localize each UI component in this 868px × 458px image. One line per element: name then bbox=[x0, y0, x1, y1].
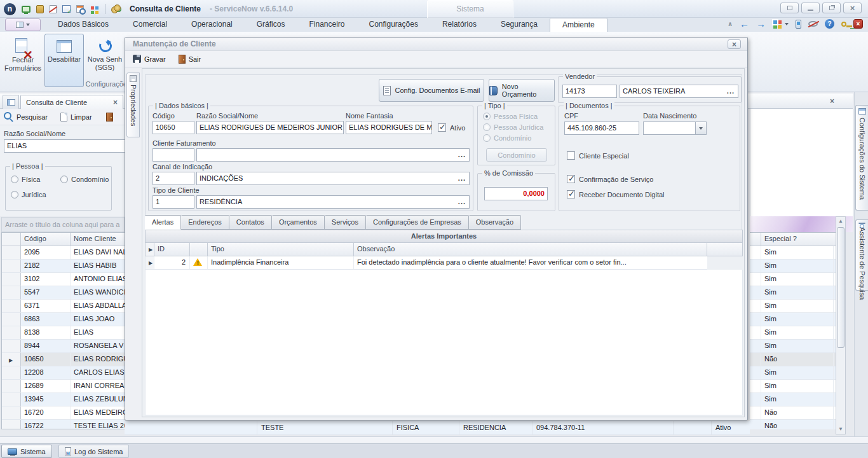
ribbon-tab[interactable]: Segurança bbox=[489, 18, 550, 32]
limpar-button[interactable]: Limpar bbox=[60, 113, 92, 121]
sair-button[interactable]: Sair bbox=[179, 55, 201, 64]
vertical-scrollbar[interactable]: ▲ ▼ bbox=[836, 216, 846, 434]
config-documentos-email-button[interactable]: Config. Documentos E-mail bbox=[379, 79, 484, 102]
fantasia-input[interactable]: ELIAS RODRIGUES DE MEDE bbox=[346, 121, 432, 134]
razao-input[interactable]: ELIAS RODRIGUES DE MEDEIROS JUNIOR bbox=[196, 121, 344, 134]
statusbar-tab-sistema[interactable]: Sistema bbox=[1, 445, 52, 458]
close-tab-icon[interactable] bbox=[113, 98, 118, 107]
forward-icon[interactable]: → bbox=[756, 19, 766, 29]
application-menu-button[interactable] bbox=[5, 18, 41, 31]
canal-code-input[interactable]: 2 bbox=[153, 172, 194, 185]
nova-senha-button[interactable]: Nova Senh (SGS) bbox=[85, 34, 125, 87]
calendar-search-icon[interactable] bbox=[76, 5, 84, 13]
table-row[interactable]: Sim bbox=[750, 340, 836, 353]
header-tipo[interactable]: Tipo bbox=[208, 243, 354, 256]
pesquisar-button[interactable]: Pesquisar bbox=[4, 112, 48, 121]
collapse-ribbon-icon[interactable]: ∧ bbox=[728, 20, 733, 27]
media-device-icon[interactable] bbox=[796, 20, 801, 29]
table-row[interactable]: Sim bbox=[750, 366, 836, 380]
radio-fisica[interactable]: Física bbox=[11, 176, 40, 183]
data-nascimento-combo[interactable] bbox=[643, 121, 707, 135]
back-icon[interactable]: ← bbox=[740, 19, 749, 29]
table-row[interactable]: Não bbox=[750, 406, 836, 420]
ribbon-tab[interactable]: Configurações bbox=[357, 18, 430, 32]
cliente-faturamento-input[interactable] bbox=[196, 148, 470, 162]
table-row[interactable]: 8944 ROSANGELA V ELIAS bbox=[2, 340, 125, 353]
sair-toolbar-button[interactable] bbox=[106, 113, 113, 121]
radio-pessoa-fisica[interactable]: Pessoa Física bbox=[483, 113, 538, 120]
receber-documento-checkbox[interactable]: Receber Documento Digital bbox=[567, 190, 665, 198]
table-row[interactable]: Sim bbox=[750, 326, 836, 340]
vendedor-code-input[interactable]: 14173 bbox=[562, 85, 617, 98]
table-row[interactable]: Sim bbox=[750, 393, 836, 406]
table-row[interactable]: 12689 IRANI CORREA VENA bbox=[2, 380, 125, 393]
table-row[interactable]: Não bbox=[750, 420, 836, 429]
table-row[interactable]: Sim bbox=[750, 313, 836, 326]
table-row[interactable]: 3102 ANTONIO ELIAS ZOG bbox=[2, 273, 125, 286]
table-row[interactable]: Sim bbox=[750, 246, 836, 260]
document-tab-consulta[interactable]: Consulta de Cliente bbox=[20, 95, 123, 109]
table-row[interactable]: Sim bbox=[750, 260, 836, 273]
radio-condominio[interactable]: Condomínio bbox=[483, 134, 531, 142]
ribbon-tab[interactable]: Operacional bbox=[179, 18, 245, 32]
statusbar-tab-log[interactable]: Log do Sistema bbox=[58, 445, 129, 458]
comissao-input[interactable]: 0,0000 bbox=[484, 187, 548, 200]
radio-condominio[interactable]: Condomínio bbox=[60, 176, 109, 183]
table-row[interactable]: 16722 TESTE ELIAS 20230930 bbox=[2, 420, 125, 429]
table-row[interactable]: 2182 ELIAS HABIB bbox=[2, 260, 125, 273]
table-row[interactable]: 10650 ELIAS RODRIGUES D bbox=[2, 353, 125, 366]
vendedor-name-input[interactable]: CARLOS TEIXEIRA bbox=[620, 85, 738, 98]
detail-tab[interactable]: Endereços bbox=[181, 215, 229, 230]
ribbon-tab[interactable]: Comercial bbox=[121, 18, 179, 32]
scroll-down-icon[interactable]: ▼ bbox=[837, 426, 844, 433]
tipo-cliente-code-input[interactable]: 1 bbox=[153, 195, 194, 209]
group-by-bar[interactable]: Arraste o título da coluna aqui para a bbox=[1, 217, 125, 232]
table-row[interactable]: 6863 ELIAS JOAO bbox=[2, 313, 125, 326]
alert-row[interactable]: 2 Inadimplência Financeira Foi detectado… bbox=[145, 256, 707, 270]
edit-document-icon[interactable] bbox=[50, 5, 57, 13]
ribbon-tab[interactable]: Relatórios bbox=[430, 18, 489, 32]
detail-tab[interactable]: Serviços bbox=[325, 215, 366, 230]
view-switch-button[interactable] bbox=[773, 20, 789, 29]
dialog-close-button[interactable] bbox=[728, 39, 741, 49]
document-icon-tab[interactable] bbox=[3, 95, 19, 109]
table-row[interactable]: 5547 ELIAS WANDICK BA bbox=[2, 286, 125, 300]
header-id[interactable]: ID bbox=[154, 243, 190, 256]
tab-assistente-pesquisa[interactable]: Assistente de Pesquisa bbox=[855, 219, 868, 291]
privacy-eye-icon[interactable] bbox=[808, 21, 818, 27]
header-especial[interactable]: Especial ? bbox=[761, 233, 834, 246]
cliente-faturamento-code-input[interactable] bbox=[153, 148, 194, 162]
detail-tab[interactable]: Alertas bbox=[145, 215, 181, 230]
detail-tab[interactable]: Contatos bbox=[229, 215, 272, 230]
fechar-formularios-button[interactable]: Fechar Formulários bbox=[4, 34, 42, 87]
confirmacao-servico-checkbox[interactable]: Confirmação de Serviço bbox=[567, 175, 653, 183]
color-grid-icon[interactable] bbox=[91, 6, 94, 10]
table-row[interactable]: 8138 ELIAS bbox=[2, 326, 125, 340]
ativo-checkbox[interactable]: Ativo bbox=[438, 123, 465, 132]
file-icon[interactable] bbox=[36, 5, 44, 13]
condominio-button[interactable]: Condomínio bbox=[486, 148, 547, 162]
tipo-cliente-input[interactable]: RESIDÊNCIA bbox=[196, 195, 470, 209]
ribbon-tab[interactable]: Financeiro bbox=[297, 18, 356, 32]
tab-configuracoes-sistema[interactable]: Configurações do Sistema bbox=[855, 105, 868, 211]
minimize-button[interactable] bbox=[801, 3, 820, 13]
table-row[interactable]: Sim bbox=[750, 273, 836, 286]
table-row[interactable]: Sim bbox=[750, 286, 836, 300]
table-row[interactable]: 13945 ELIAS ZEBULUN bbox=[2, 393, 125, 406]
detail-tab[interactable]: Observação bbox=[469, 215, 521, 230]
radio-pessoa-juridica[interactable]: Pessoa Jurídica bbox=[483, 123, 543, 131]
razao-social-input[interactable]: ELIAS bbox=[4, 139, 125, 153]
table-row[interactable]: 16720 ELIAS MEDEIROS bbox=[2, 406, 125, 420]
table-row[interactable]: 12208 CARLOS ELIAS bbox=[2, 366, 125, 380]
table-row[interactable]: 6371 ELIAS ABDALLA FILH bbox=[2, 300, 125, 313]
org-chart-icon[interactable] bbox=[22, 6, 31, 13]
panel-close-button[interactable] bbox=[827, 96, 837, 106]
cpf-input[interactable]: 445.109.860-25 bbox=[564, 121, 639, 135]
codigo-input[interactable]: 10650 bbox=[153, 121, 194, 134]
key-icon[interactable] bbox=[841, 22, 846, 27]
desabilitar-button[interactable]: Desabilitar bbox=[44, 34, 84, 87]
detail-tab[interactable]: Orçamentos bbox=[272, 215, 325, 230]
ribbon-tab[interactable]: Ambiente bbox=[550, 18, 607, 32]
table-row[interactable]: Sim bbox=[750, 300, 836, 313]
help-icon[interactable]: ? bbox=[825, 19, 834, 29]
